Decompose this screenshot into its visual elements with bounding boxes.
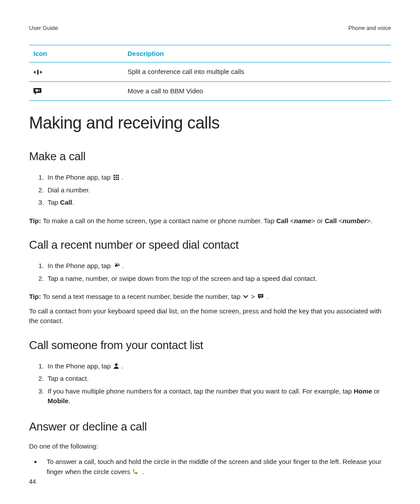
svg-rect-4 — [36, 89, 38, 92]
steps-list: In the Phone app, tap . Dial a number. T… — [29, 171, 391, 209]
svg-rect-8 — [118, 175, 119, 176]
icon-description-table: Icon Description Split a confere — [29, 45, 391, 101]
page-number: 44 — [29, 477, 36, 486]
recents-icon — [114, 263, 120, 269]
section-heading: Call someone from your contact list — [29, 337, 391, 354]
contact-icon — [114, 363, 119, 369]
list-item: Dial a number. — [46, 184, 391, 197]
list-item: In the Phone app, tap . — [46, 171, 391, 184]
list-item: In the Phone app, tap . — [46, 260, 391, 272]
svg-marker-0 — [33, 70, 36, 74]
svg-point-18 — [115, 364, 118, 366]
svg-rect-9 — [114, 177, 115, 178]
body-paragraph: Do one of the following: — [29, 441, 391, 452]
steps-list: In the Phone app, tap . Tap a name, numb… — [29, 260, 391, 285]
chevron-down-icon — [243, 295, 248, 298]
list-item: Tap Call. — [46, 196, 391, 209]
video-chat-icon — [33, 88, 42, 96]
body-paragraph: To call a contact from your keyboard spe… — [29, 306, 391, 326]
phone-answer-icon — [133, 469, 139, 475]
th-description: Description — [123, 45, 391, 63]
list-item: To answer a call, touch and hold the cir… — [41, 456, 391, 478]
svg-rect-6 — [114, 175, 115, 176]
svg-rect-13 — [115, 179, 117, 180]
tip-paragraph: Tip: To send a text message to a recent … — [29, 292, 391, 302]
svg-rect-12 — [114, 179, 115, 180]
row-desc: Move a call to BBM Video — [123, 81, 391, 101]
list-item: If you have multiple phone numbers for a… — [46, 385, 391, 408]
svg-rect-11 — [118, 177, 119, 178]
tip-paragraph: Tip: To make a call on the home screen, … — [29, 216, 391, 226]
table-row: Split a conference call into multiple ca… — [29, 63, 391, 82]
section-heading: Call a recent number or speed dial conta… — [29, 236, 391, 254]
dialpad-icon — [114, 175, 119, 180]
header-right: Phone and voice — [348, 24, 391, 33]
svg-rect-14 — [118, 179, 119, 180]
svg-rect-7 — [115, 175, 117, 176]
header-left: User Guide — [29, 24, 58, 33]
list-item: Tap a contact. — [46, 372, 391, 385]
section-heading: Answer or decline a call — [29, 418, 391, 435]
list-item: In the Phone app, tap . — [46, 360, 391, 373]
svg-rect-17 — [259, 296, 262, 296]
bullet-list: To answer a call, touch and hold the cir… — [29, 456, 391, 478]
svg-rect-16 — [259, 295, 262, 295]
svg-rect-1 — [37, 70, 38, 75]
steps-list: In the Phone app, tap . Tap a contact. I… — [29, 360, 391, 408]
message-icon — [258, 294, 264, 300]
page-header: User Guide Phone and voice — [29, 24, 391, 33]
page-title: Making and receiving calls — [29, 110, 391, 136]
row-desc: Split a conference call into multiple ca… — [123, 63, 391, 82]
svg-marker-3 — [40, 70, 42, 74]
split-icon — [33, 68, 42, 76]
list-item: Tap a name, number, or swipe down from t… — [46, 272, 391, 285]
svg-rect-2 — [38, 70, 39, 75]
th-icon: Icon — [29, 45, 123, 63]
table-row: Move a call to BBM Video — [29, 81, 391, 101]
svg-rect-10 — [115, 177, 117, 178]
section-heading: Make a call — [29, 148, 391, 165]
